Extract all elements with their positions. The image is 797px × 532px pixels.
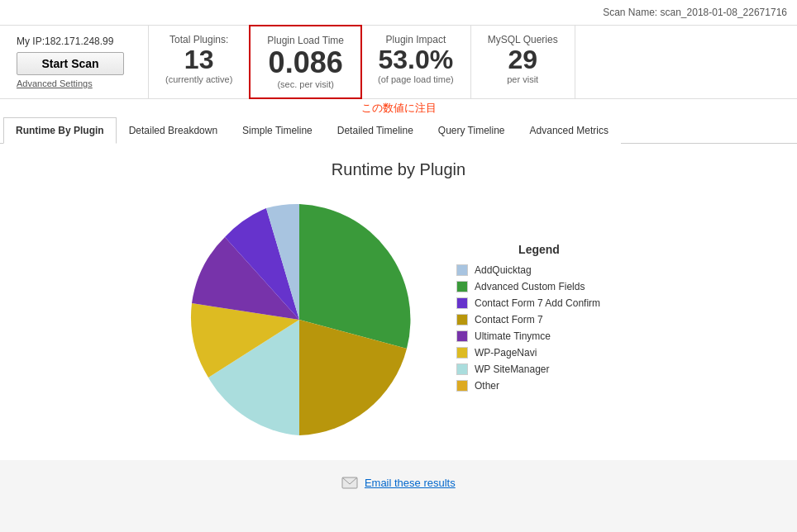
legend-color-box (456, 281, 468, 292)
total-plugins-value: 13 (165, 45, 232, 74)
legend-color-box (456, 380, 468, 392)
start-scan-button[interactable]: Start Scan (17, 52, 124, 75)
tab-simple-timeline[interactable]: Simple Timeline (230, 117, 325, 144)
legend: Legend AddQuicktag Advanced Custom Field… (456, 243, 622, 397)
legend-item: Advanced Custom Fields (456, 281, 622, 292)
tab-advanced-metrics[interactable]: Advanced Metrics (518, 117, 621, 144)
plugin-impact-label: Plugin Impact (378, 34, 454, 45)
total-plugins-block: Total Plugins: 13 (currently active) (149, 26, 250, 98)
ip-label: My IP:182.171.248.99 (17, 36, 113, 47)
ip-scan-block: My IP:182.171.248.99 Start Scan Advanced… (0, 26, 149, 98)
mysql-queries-sub: per visit (488, 74, 558, 84)
legend-color-box (456, 264, 468, 276)
scan-name-label: Scan Name: scan_2018-01-08_22671716 (603, 7, 787, 18)
legend-item-label: Other (475, 380, 499, 392)
email-icon (341, 477, 358, 492)
legend-color-box (456, 347, 468, 359)
tab-query-timeline[interactable]: Query Timeline (426, 117, 518, 144)
main-content: Runtime by Plugin (0, 144, 797, 460)
legend-item: Contact Form 7 Add Confirm (456, 297, 622, 309)
advanced-settings-link[interactable]: Advanced Settings (17, 78, 93, 88)
plugin-impact-value: 53.0% (378, 45, 454, 74)
legend-title: Legend (456, 243, 622, 256)
legend-color-box (456, 314, 468, 325)
plugin-load-time-sub: (sec. per visit) (267, 79, 344, 89)
legend-item: Contact Form 7 (456, 314, 622, 325)
mysql-queries-block: MySQL Queries 29 per visit (471, 26, 575, 98)
mysql-queries-value: 29 (488, 45, 558, 74)
email-row: Email these results (0, 460, 797, 508)
plugin-load-time-value: 0.086 (267, 46, 344, 79)
legend-color-box (456, 363, 468, 375)
tab-detailed-breakdown[interactable]: Detailed Breakdown (117, 117, 230, 144)
legend-item: Ultimate Tinymce (456, 330, 622, 342)
legend-item-label: Contact Form 7 Add Confirm (475, 297, 600, 309)
stats-row: My IP:182.171.248.99 Start Scan Advanced… (0, 26, 797, 99)
legend-item-label: AddQuicktag (475, 264, 532, 276)
legend-item-label: WP SiteManager (475, 363, 550, 375)
legend-item-label: Ultimate Tinymce (475, 330, 551, 342)
legend-color-box (456, 297, 468, 309)
total-plugins-label: Total Plugins: (165, 34, 232, 45)
tab-runtime-by-plugin[interactable]: Runtime By Plugin (3, 117, 117, 144)
legend-color-box (456, 330, 468, 342)
chart-area: Legend AddQuicktag Advanced Custom Field… (17, 196, 780, 444)
legend-item: Other (456, 380, 622, 392)
total-plugins-sub: (currently active) (165, 74, 232, 84)
legend-item-label: Advanced Custom Fields (475, 281, 585, 292)
legend-item: WP-PageNavi (456, 347, 622, 359)
legend-item: WP SiteManager (456, 363, 622, 375)
legend-item-label: Contact Form 7 (475, 314, 543, 325)
tab-detailed-timeline[interactable]: Detailed Timeline (325, 117, 426, 144)
legend-item-label: WP-PageNavi (475, 347, 537, 359)
chart-title: Runtime by Plugin (17, 160, 780, 179)
plugin-load-time-label: Plugin Load Time (267, 35, 344, 46)
annotation-text: この数値に注目 (0, 99, 797, 117)
plugin-impact-sub: (of page load time) (378, 74, 454, 84)
mysql-queries-label: MySQL Queries (488, 34, 558, 45)
tab-bar: Runtime By PluginDetailed BreakdownSimpl… (0, 117, 797, 144)
pie-chart (175, 196, 423, 444)
plugin-load-time-block: Plugin Load Time 0.086 (sec. per visit) (249, 25, 362, 99)
plugin-impact-block: Plugin Impact 53.0% (of page load time) (361, 26, 471, 98)
top-bar: Scan Name: scan_2018-01-08_22671716 (0, 0, 797, 26)
legend-item: AddQuicktag (456, 264, 622, 276)
email-results-link[interactable]: Email these results (365, 477, 456, 489)
